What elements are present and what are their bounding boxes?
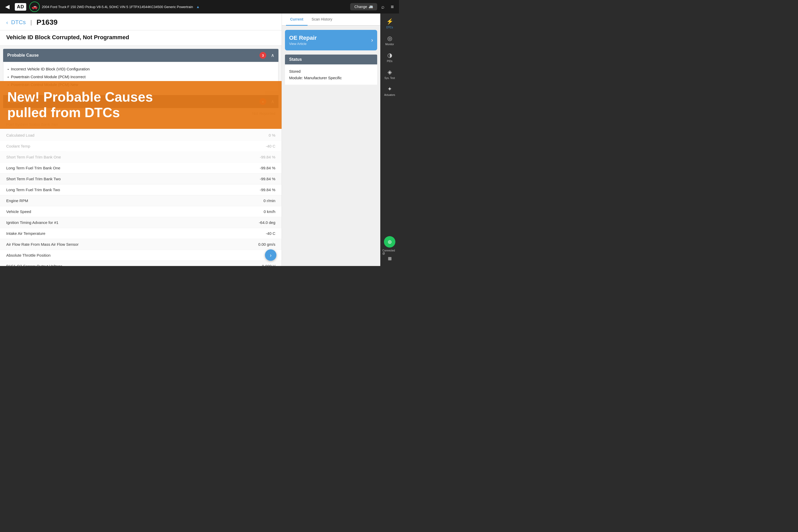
table-row: Ignition Timing Advance for #1 -64.0 deg bbox=[0, 217, 282, 228]
sidebar-item-monitor[interactable]: ◎ Monitor bbox=[380, 33, 399, 48]
actuators-icon: ✦ bbox=[387, 86, 392, 93]
dtc-header: ‹ DTCs | P1639 bbox=[0, 14, 282, 31]
oe-repair-title: OE Repair bbox=[289, 35, 317, 41]
vehicle-status-icon: 🚗 bbox=[30, 2, 40, 12]
app-logo: AD bbox=[15, 3, 26, 11]
change-label: Change bbox=[354, 5, 367, 9]
change-icon: 🚐 bbox=[368, 5, 373, 9]
cause-item-1: • Incorrect Vehicle ID Block (VID) Confi… bbox=[7, 65, 274, 73]
scroll-down-fab[interactable]: › bbox=[265, 249, 277, 261]
main-layout: ‹ DTCs | P1639 Vehicle ID Block Corrupte… bbox=[0, 14, 399, 266]
table-row: Long Term Fuel Trim Bank Two -99.84 % bbox=[0, 185, 282, 195]
probable-cause-controls: 3 ∧ bbox=[260, 52, 274, 59]
monitor-icon: ◎ bbox=[387, 35, 392, 42]
data-table: Fuel System Status Bank One Not Reported… bbox=[0, 108, 282, 266]
table-row: Calculated Load 0 % bbox=[0, 130, 282, 141]
pids-icon: ◑ bbox=[387, 52, 392, 59]
menu-button[interactable]: ≡ bbox=[388, 3, 396, 11]
probable-cause-label: Probable Cause bbox=[7, 53, 39, 58]
connected-button[interactable]: ⊛ Connected @ ▦ bbox=[380, 233, 399, 264]
oe-repair-subtitle: View Article bbox=[289, 42, 317, 46]
dtc-separator: | bbox=[31, 19, 32, 26]
left-content: ‹ DTCs | P1639 Vehicle ID Block Corrupte… bbox=[0, 14, 282, 266]
promo-text-line1: New! Probable Causes bbox=[7, 89, 274, 105]
status-header: Status bbox=[285, 55, 377, 64]
bullet-2: • bbox=[7, 75, 9, 79]
vehicle-info: 🚗 2004 Ford Truck F 150 2WD Pickup V8-5.… bbox=[30, 2, 347, 12]
search-button[interactable]: ⌕ bbox=[379, 3, 386, 11]
table-row: Intake Air Temperature -40 C bbox=[0, 228, 282, 239]
pids-label: PIDs bbox=[387, 60, 393, 63]
sidebar-item-systest[interactable]: ◈ Sys. Test bbox=[380, 66, 399, 82]
table-row: Long Term Fuel Trim Bank One -99.84 % bbox=[0, 163, 282, 173]
table-row: Vehicle Speed 0 km/h bbox=[0, 206, 282, 217]
table-row: Coolant Temp -40 C bbox=[0, 141, 282, 152]
promo-text-line2: pulled from DTCs bbox=[7, 105, 274, 120]
cause-item-2: • Powertrain Control Module (PCM) Incorr… bbox=[7, 73, 274, 81]
oe-repair-text: OE Repair View Article bbox=[289, 35, 317, 46]
table-row: Engine RPM 0 r/min bbox=[0, 195, 282, 206]
connected-label: Connected @ bbox=[382, 249, 397, 255]
systest-label: Sys. Test bbox=[384, 77, 395, 79]
vehicle-name: 2004 Ford Truck F 150 2WD Pickup V8-5.4L… bbox=[42, 5, 193, 9]
dtc-code: P1639 bbox=[37, 18, 58, 26]
table-row: Short Term Fuel Trim Bank One -99.84 % bbox=[0, 152, 282, 163]
monitor-label: Monitor bbox=[385, 43, 394, 46]
probable-cause-collapse-icon: ∧ bbox=[271, 53, 274, 58]
status-line-2: Module: Manufacturer Specific bbox=[289, 75, 373, 81]
promo-banner: New! Probable Causes pulled from DTCs bbox=[0, 81, 282, 129]
change-vehicle-button[interactable]: Change 🚐 bbox=[350, 3, 377, 11]
tab-scan-history[interactable]: Scan History bbox=[307, 14, 336, 26]
actuators-label: Actuators bbox=[384, 94, 395, 96]
status-line-1: Stored bbox=[289, 68, 373, 75]
back-button[interactable]: ◀ bbox=[3, 2, 12, 11]
probable-cause-header[interactable]: Probable Cause 3 ∧ bbox=[3, 49, 279, 62]
oe-repair-arrow-icon: › bbox=[371, 37, 373, 44]
table-row: Air Flow Rate From Mass Air Flow Sensor … bbox=[0, 239, 282, 250]
status-content: Stored Module: Manufacturer Specific bbox=[285, 64, 377, 85]
bullet-1: • bbox=[7, 67, 9, 72]
top-bar-actions: Change 🚐 ⌕ ≡ bbox=[350, 3, 396, 11]
cause-text-2: Powertrain Control Module (PCM) Incorrec… bbox=[11, 75, 86, 79]
connected-circle-icon: ⊛ bbox=[384, 236, 395, 248]
vehicle-dropdown-arrow[interactable]: ▲ bbox=[196, 5, 200, 9]
dtcs-label: DTCs bbox=[386, 26, 393, 29]
dtc-breadcrumb[interactable]: DTCs bbox=[11, 19, 26, 26]
cause-text-1: Incorrect Vehicle ID Block (VID) Configu… bbox=[11, 67, 90, 71]
table-row: Absolute Throttle Position 80 % bbox=[0, 250, 282, 261]
dtc-title: Vehicle ID Block Corrupted, Not Programm… bbox=[6, 34, 276, 41]
sidebar-item-pids[interactable]: ◑ PIDs bbox=[380, 49, 399, 65]
tab-current[interactable]: Current bbox=[286, 14, 307, 26]
sidebar-item-dtcs[interactable]: ⚡ DTCs bbox=[380, 16, 399, 32]
oe-repair-card[interactable]: OE Repair View Article › bbox=[285, 30, 377, 51]
right-panel: Current Scan History OE Repair View Arti… bbox=[282, 14, 380, 266]
dtc-title-bar: Vehicle ID Block Corrupted, Not Programm… bbox=[0, 31, 282, 46]
sidebar-item-actuators[interactable]: ✦ Actuators bbox=[380, 83, 399, 99]
tab-bar: Current Scan History bbox=[282, 14, 380, 26]
top-bar: ◀ AD 🚗 2004 Ford Truck F 150 2WD Pickup … bbox=[0, 0, 399, 14]
table-row: B1S1 O2 Sensor Output Voltage 0.000 V bbox=[0, 261, 282, 266]
right-sidebar: ⚡ DTCs ◎ Monitor ◑ PIDs ◈ Sys. Test ✦ Ac… bbox=[380, 14, 399, 266]
table-row: Short Term Fuel Trim Bank Two -99.84 % bbox=[0, 173, 282, 185]
systest-icon: ◈ bbox=[387, 69, 392, 76]
dtc-back-button[interactable]: ‹ bbox=[6, 19, 8, 25]
dtcs-icon: ⚡ bbox=[386, 18, 393, 25]
connected-sub-icon: ▦ bbox=[388, 256, 392, 261]
probable-cause-badge: 3 bbox=[260, 52, 266, 59]
